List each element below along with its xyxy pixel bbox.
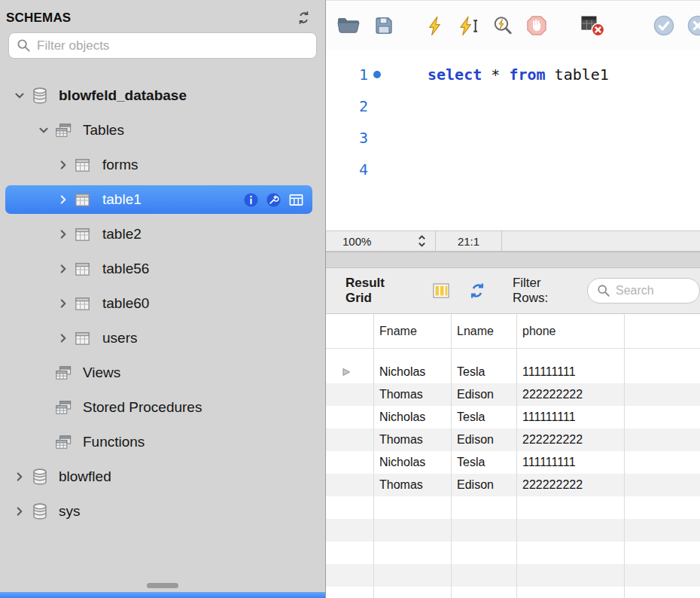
schema-filter-input[interactable]	[37, 38, 309, 53]
cell[interactable]: Tesla	[451, 361, 516, 383]
chevron-right-icon[interactable]	[53, 332, 74, 344]
grid-row[interactable]: ThomasEdison222222222	[326, 383, 700, 406]
row-header-cell	[326, 542, 373, 564]
chevron-right-icon[interactable]	[53, 228, 74, 240]
table-edit-icon[interactable]	[288, 192, 304, 208]
tree-item-label: Stored Procedures	[83, 399, 202, 416]
tree-item-label: Functions	[83, 434, 145, 450]
grid-row[interactable]: ThomasEdison222222222	[326, 474, 700, 496]
row-header-cell[interactable]	[326, 451, 373, 474]
filter-rows-input[interactable]	[616, 284, 683, 297]
execute-statement-button[interactable]	[457, 15, 480, 37]
grid-row[interactable]: ThomasEdison222222222	[326, 429, 700, 451]
tree-item-label: blowfeld_database	[59, 87, 187, 104]
cell[interactable]: 111111111	[516, 406, 624, 429]
cell[interactable]: Edison	[451, 429, 516, 451]
row-header-cell[interactable]	[326, 406, 373, 429]
filter-rows-label: Filter Rows:	[513, 276, 577, 306]
cell[interactable]: 222222222	[516, 474, 624, 496]
chevron-down-icon[interactable]	[33, 124, 54, 136]
filter-rows-search[interactable]	[587, 278, 700, 304]
editor-code[interactable]: select * from table1	[391, 50, 609, 230]
info-icon[interactable]	[243, 192, 259, 208]
grid-row[interactable]: NicholasTesla111111111	[326, 361, 700, 383]
rollback-button[interactable]	[686, 14, 700, 37]
wrench-icon[interactable]	[266, 192, 282, 208]
chevron-down-icon[interactable]	[9, 90, 30, 102]
cell[interactable]: Thomas	[373, 383, 451, 406]
tree-item-tables[interactable]: Tables	[0, 113, 325, 148]
tree-item-table2[interactable]: table2	[0, 217, 325, 252]
tree-item-stored-procedures[interactable]: Stored Procedures	[0, 390, 325, 425]
tree-item-label: forms	[102, 157, 138, 173]
tree-item-blowfled[interactable]: blowfled	[0, 459, 325, 494]
grid-row[interactable]: NicholasTesla111111111	[326, 451, 700, 474]
refresh-schemas-icon[interactable]	[296, 10, 312, 26]
cell[interactable]: Nicholas	[373, 406, 451, 429]
zoom-stepper[interactable]	[416, 233, 428, 249]
code-line-2[interactable]	[428, 90, 609, 122]
tree-item-users[interactable]: users	[0, 321, 325, 355]
chevron-right-icon[interactable]	[9, 505, 30, 517]
sql-editor[interactable]: 1234 select * from table1	[326, 50, 700, 230]
execute-script-button[interactable]	[424, 15, 446, 37]
editor-toolbar	[326, 1, 700, 50]
code-line-4[interactable]	[428, 154, 609, 185]
row-header-cell[interactable]	[326, 474, 373, 496]
tree-item-blowfeld-database[interactable]: blowfeld_database	[0, 78, 325, 113]
chevron-right-icon[interactable]	[9, 471, 30, 483]
grid-row[interactable]: NicholasTesla111111111	[326, 406, 700, 429]
editor-gutter: 1234	[326, 50, 391, 230]
cell[interactable]: 222222222	[516, 429, 624, 451]
row-header-cell[interactable]	[326, 383, 373, 406]
column-header-fname[interactable]: Fname	[373, 325, 451, 338]
column-header-lname[interactable]: Lname	[451, 325, 516, 338]
grid-empty-row	[326, 519, 700, 542]
row-header-cell[interactable]	[326, 429, 373, 451]
code-line-3[interactable]	[428, 122, 609, 154]
cell[interactable]: 222222222	[516, 383, 624, 406]
cell[interactable]: Edison	[451, 474, 516, 496]
cell[interactable]: Thomas	[373, 429, 451, 451]
stop-query-button[interactable]	[525, 14, 548, 37]
pane-splitter[interactable]	[326, 252, 700, 268]
open-script-button[interactable]	[336, 14, 361, 37]
tree-item-table56[interactable]: table56	[0, 252, 325, 286]
column-header-phone[interactable]: phone	[516, 325, 624, 338]
chevron-right-icon[interactable]	[53, 263, 74, 275]
sidebar-horizontal-scrollbar[interactable]	[0, 592, 325, 598]
cell[interactable]: Nicholas	[373, 361, 451, 383]
refresh-results-icon[interactable]	[467, 281, 487, 301]
column-visibility-icon[interactable]	[431, 281, 451, 301]
tree-item-views[interactable]: Views	[0, 355, 325, 390]
commit-button[interactable]	[653, 14, 675, 37]
sidebar-scroll-handle[interactable]	[147, 583, 178, 588]
chevron-right-icon[interactable]	[53, 297, 74, 310]
chevron-right-icon[interactable]	[53, 159, 74, 171]
cell[interactable]: 111111111	[516, 451, 624, 474]
tree-item-table60[interactable]: table60	[0, 286, 325, 321]
save-script-button[interactable]	[373, 14, 395, 37]
tree-item-sys[interactable]: sys	[0, 494, 325, 529]
schema-filter-box[interactable]	[8, 32, 317, 59]
current-row-marker-icon	[342, 368, 351, 377]
tree-item-label: blowfled	[59, 468, 111, 485]
cell[interactable]: Tesla	[451, 451, 516, 474]
schemas-panel-title: SCHEMAS	[6, 11, 71, 26]
tree-item-table1[interactable]: table1	[0, 182, 325, 217]
code-line-1[interactable]: select * from table1	[428, 59, 609, 90]
schemas-header: SCHEMAS	[0, 0, 325, 31]
sql-keyword: select	[428, 66, 482, 84]
table-icon	[74, 191, 99, 209]
cell[interactable]: 111111111	[516, 361, 624, 383]
cell[interactable]: Thomas	[373, 474, 451, 496]
cell[interactable]: Tesla	[451, 406, 516, 429]
tree-item-functions[interactable]: Functions	[0, 425, 325, 459]
chevron-right-icon[interactable]	[53, 194, 74, 206]
cell[interactable]: Nicholas	[373, 451, 451, 474]
tree-item-forms[interactable]: forms	[0, 148, 325, 182]
explain-plan-button[interactable]	[492, 14, 514, 37]
toggle-stop-on-error-button[interactable]	[580, 14, 605, 38]
row-header-cell[interactable]	[326, 361, 373, 383]
cell[interactable]: Edison	[451, 383, 516, 406]
